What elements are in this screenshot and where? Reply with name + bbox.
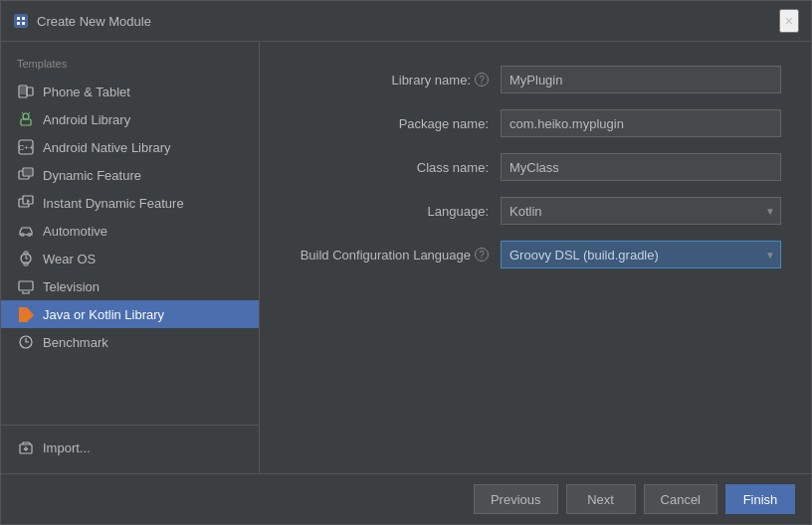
svg-rect-3	[22, 17, 25, 20]
package-name-label: Package name:	[290, 116, 489, 131]
svg-rect-11	[21, 119, 31, 125]
wear-os-icon	[17, 250, 35, 267]
sidebar-item-label: Television	[43, 279, 100, 294]
previous-button[interactable]: Previous	[474, 484, 558, 514]
android-library-icon	[17, 110, 35, 128]
sidebar-item-wear-os[interactable]: Wear OS	[1, 245, 259, 272]
build-config-label: Build Configuration Language ?	[290, 248, 489, 262]
sidebar-item-label: Java or Kotlin Library	[43, 307, 164, 322]
dynamic-feature-icon	[17, 166, 35, 184]
android-native-icon: C++	[17, 138, 35, 156]
sidebar-item-android-native[interactable]: C++ Android Native Library	[1, 133, 259, 161]
language-select[interactable]: Kotlin Java	[501, 197, 781, 225]
benchmark-icon	[17, 333, 35, 351]
sidebar-item-label: Wear OS	[43, 252, 96, 266]
package-name-row: Package name:	[290, 109, 781, 137]
dialog-title: Create New Module	[37, 14, 151, 29]
language-row: Language: Kotlin Java ▼	[290, 197, 781, 225]
library-name-help-icon[interactable]: ?	[475, 73, 489, 87]
automotive-icon	[17, 222, 35, 240]
sidebar-item-import[interactable]: Import...	[1, 434, 259, 461]
svg-rect-2	[17, 22, 20, 25]
dialog-icon	[13, 13, 29, 29]
finish-button[interactable]: Finish	[725, 484, 795, 514]
library-name-label: Library name: ?	[290, 73, 489, 88]
sidebar-item-benchmark[interactable]: Benchmark	[1, 328, 259, 356]
class-name-row: Class name:	[290, 153, 781, 181]
sidebar-section-label: Templates	[1, 54, 259, 78]
sidebar-item-kotlin-library[interactable]: Java or Kotlin Library	[1, 300, 259, 328]
footer: Previous Next Cancel Finish	[1, 473, 811, 524]
sidebar-item-instant-dynamic[interactable]: Instant Dynamic Feature	[1, 189, 259, 217]
library-name-row: Library name: ?	[290, 66, 781, 93]
sidebar-item-television[interactable]: Television	[1, 272, 259, 300]
phone-tablet-icon	[17, 83, 35, 100]
svg-rect-6	[20, 87, 26, 94]
svg-line-10	[29, 112, 31, 114]
sidebar-item-label: Benchmark	[43, 335, 108, 350]
sidebar-item-label: Automotive	[43, 224, 107, 239]
class-name-input[interactable]	[501, 153, 781, 181]
sidebar-item-dynamic-feature[interactable]: Dynamic Feature	[1, 161, 259, 189]
next-button[interactable]: Next	[566, 484, 636, 514]
build-config-help-icon[interactable]: ?	[475, 248, 489, 262]
svg-rect-16	[24, 169, 32, 175]
instant-dynamic-icon	[17, 194, 35, 212]
sidebar-item-phone-tablet[interactable]: Phone & Tablet	[1, 78, 259, 105]
sidebar-item-label: Android Native Library	[43, 140, 171, 155]
library-name-input[interactable]	[501, 66, 781, 93]
language-select-wrapper: Kotlin Java ▼	[501, 197, 781, 225]
package-name-input[interactable]	[501, 109, 781, 137]
svg-rect-27	[19, 281, 33, 290]
right-panel: Library name: ? Package name: Class name…	[260, 42, 811, 473]
television-icon	[17, 277, 35, 295]
close-button[interactable]: ×	[779, 9, 799, 33]
sidebar-item-label: Phone & Tablet	[43, 85, 130, 99]
sidebar-item-label: Dynamic Feature	[43, 168, 141, 183]
sidebar-item-label: Instant Dynamic Feature	[43, 196, 184, 211]
title-bar-left: Create New Module	[13, 13, 151, 29]
sidebar: Templates Phone & Tablet	[1, 42, 260, 473]
svg-text:C++: C++	[18, 143, 33, 152]
build-config-select[interactable]: Groovy DSL (build.gradle) Kotlin DSL (bu…	[501, 241, 781, 268]
sidebar-item-android-library[interactable]: Android Library	[1, 105, 259, 133]
svg-rect-0	[14, 14, 28, 28]
svg-rect-7	[27, 88, 33, 95]
sidebar-item-label: Android Library	[43, 112, 130, 127]
create-new-module-dialog: Create New Module × Templates Phone & Ta…	[0, 0, 812, 525]
build-config-row: Build Configuration Language ? Groovy DS…	[290, 241, 781, 268]
sidebar-item-label: Import...	[43, 440, 91, 455]
svg-point-8	[23, 113, 29, 119]
svg-rect-1	[17, 17, 20, 20]
cancel-button[interactable]: Cancel	[644, 484, 717, 514]
build-config-select-wrapper: Groovy DSL (build.gradle) Kotlin DSL (bu…	[501, 241, 781, 268]
main-content: Templates Phone & Tablet	[1, 42, 811, 473]
svg-rect-4	[22, 22, 25, 25]
language-label: Language:	[290, 204, 489, 219]
title-bar: Create New Module ×	[1, 1, 811, 42]
svg-line-9	[22, 112, 24, 114]
class-name-label: Class name:	[290, 160, 489, 175]
kotlin-library-icon	[17, 305, 35, 323]
sidebar-item-automotive[interactable]: Automotive	[1, 217, 259, 245]
import-icon	[17, 438, 35, 456]
sidebar-bottom: Import...	[1, 425, 259, 461]
